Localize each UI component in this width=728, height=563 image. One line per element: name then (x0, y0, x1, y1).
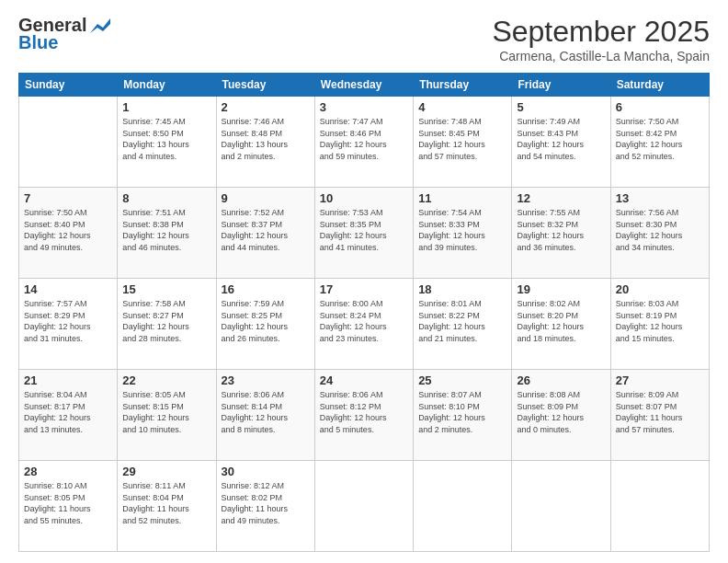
calendar-body: 1Sunrise: 7:45 AMSunset: 8:50 PMDaylight… (19, 97, 710, 552)
svg-marker-0 (90, 18, 110, 33)
col-sunday: Sunday (19, 74, 118, 97)
table-row: 14Sunrise: 7:57 AMSunset: 8:29 PMDayligh… (19, 279, 118, 370)
calendar-header: Sunday Monday Tuesday Wednesday Thursday… (19, 74, 710, 97)
logo-blue-text: Blue (18, 32, 58, 53)
day-info: Sunrise: 8:10 AMSunset: 8:05 PMDaylight:… (24, 480, 112, 526)
day-number: 9 (222, 191, 310, 205)
day-number: 10 (320, 191, 408, 205)
day-info: Sunrise: 7:47 AMSunset: 8:46 PMDaylight:… (320, 116, 408, 162)
table-row: 22Sunrise: 8:05 AMSunset: 8:15 PMDayligh… (118, 370, 216, 461)
day-number: 11 (418, 191, 506, 205)
table-row: 6Sunrise: 7:50 AMSunset: 8:42 PMDaylight… (610, 97, 709, 188)
day-number: 17 (320, 282, 408, 296)
day-info: Sunrise: 7:55 AMSunset: 8:32 PMDaylight:… (517, 207, 605, 253)
title-block: September 2025 Carmena, Castille-La Manc… (492, 15, 710, 63)
day-number: 30 (222, 465, 310, 478)
location-subtitle: Carmena, Castille-La Mancha, Spain (492, 49, 710, 63)
calendar-table: Sunday Monday Tuesday Wednesday Thursday… (18, 73, 710, 552)
table-row (414, 461, 512, 552)
month-title: September 2025 (492, 15, 710, 49)
logo: General Blue (18, 15, 110, 53)
day-info: Sunrise: 7:45 AMSunset: 8:50 PMDaylight:… (122, 116, 210, 162)
table-row: 8Sunrise: 7:51 AMSunset: 8:38 PMDaylight… (118, 188, 216, 279)
day-info: Sunrise: 7:50 AMSunset: 8:42 PMDaylight:… (616, 116, 704, 162)
day-number: 23 (222, 373, 310, 387)
day-number: 19 (517, 282, 605, 296)
day-info: Sunrise: 7:56 AMSunset: 8:30 PMDaylight:… (616, 207, 704, 253)
day-info: Sunrise: 7:51 AMSunset: 8:38 PMDaylight:… (122, 207, 210, 253)
header: General Blue September 2025 Carmena, Cas… (18, 15, 710, 63)
day-info: Sunrise: 7:48 AMSunset: 8:45 PMDaylight:… (418, 116, 506, 162)
day-info: Sunrise: 7:50 AMSunset: 8:40 PMDaylight:… (24, 207, 112, 253)
table-row: 1Sunrise: 7:45 AMSunset: 8:50 PMDaylight… (118, 97, 216, 188)
day-info: Sunrise: 8:05 AMSunset: 8:15 PMDaylight:… (122, 389, 210, 435)
day-info: Sunrise: 7:58 AMSunset: 8:27 PMDaylight:… (122, 298, 210, 344)
day-info: Sunrise: 7:46 AMSunset: 8:48 PMDaylight:… (222, 116, 310, 162)
table-row: 28Sunrise: 8:10 AMSunset: 8:05 PMDayligh… (19, 461, 118, 552)
day-number: 15 (122, 282, 210, 296)
day-number: 29 (122, 465, 210, 478)
day-number: 2 (222, 100, 310, 114)
col-tuesday: Tuesday (216, 74, 314, 97)
day-number: 26 (517, 373, 605, 387)
table-row: 10Sunrise: 7:53 AMSunset: 8:35 PMDayligh… (314, 188, 413, 279)
table-row (314, 461, 413, 552)
logo-bird-icon (90, 18, 110, 33)
day-info: Sunrise: 8:06 AMSunset: 8:14 PMDaylight:… (222, 389, 310, 435)
table-row: 13Sunrise: 7:56 AMSunset: 8:30 PMDayligh… (610, 188, 709, 279)
day-info: Sunrise: 8:11 AMSunset: 8:04 PMDaylight:… (122, 480, 210, 526)
day-number: 20 (616, 282, 704, 296)
day-info: Sunrise: 8:12 AMSunset: 8:02 PMDaylight:… (222, 480, 310, 526)
table-row: 30Sunrise: 8:12 AMSunset: 8:02 PMDayligh… (216, 461, 314, 552)
table-row: 11Sunrise: 7:54 AMSunset: 8:33 PMDayligh… (414, 188, 512, 279)
day-number: 22 (122, 373, 210, 387)
table-row: 12Sunrise: 7:55 AMSunset: 8:32 PMDayligh… (512, 188, 610, 279)
table-row: 7Sunrise: 7:50 AMSunset: 8:40 PMDaylight… (19, 188, 118, 279)
table-row (610, 461, 709, 552)
day-info: Sunrise: 8:01 AMSunset: 8:22 PMDaylight:… (418, 298, 506, 344)
day-info: Sunrise: 7:53 AMSunset: 8:35 PMDaylight:… (320, 207, 408, 253)
day-number: 18 (418, 282, 506, 296)
day-number: 28 (24, 465, 112, 478)
table-row: 24Sunrise: 8:06 AMSunset: 8:12 PMDayligh… (314, 370, 413, 461)
table-row: 17Sunrise: 8:00 AMSunset: 8:24 PMDayligh… (314, 279, 413, 370)
table-row: 16Sunrise: 7:59 AMSunset: 8:25 PMDayligh… (216, 279, 314, 370)
day-number: 16 (222, 282, 310, 296)
day-number: 3 (320, 100, 408, 114)
table-row: 27Sunrise: 8:09 AMSunset: 8:07 PMDayligh… (610, 370, 709, 461)
day-number: 14 (24, 282, 112, 296)
table-row: 18Sunrise: 8:01 AMSunset: 8:22 PMDayligh… (414, 279, 512, 370)
col-saturday: Saturday (610, 74, 709, 97)
day-number: 25 (418, 373, 506, 387)
day-info: Sunrise: 8:02 AMSunset: 8:20 PMDaylight:… (517, 298, 605, 344)
day-info: Sunrise: 8:08 AMSunset: 8:09 PMDaylight:… (517, 389, 605, 435)
day-info: Sunrise: 8:09 AMSunset: 8:07 PMDaylight:… (616, 389, 704, 435)
table-row: 5Sunrise: 7:49 AMSunset: 8:43 PMDaylight… (512, 97, 610, 188)
day-number: 12 (517, 191, 605, 205)
day-number: 27 (616, 373, 704, 387)
page: General Blue September 2025 Carmena, Cas… (0, 0, 728, 563)
table-row: 19Sunrise: 8:02 AMSunset: 8:20 PMDayligh… (512, 279, 610, 370)
table-row (19, 97, 118, 188)
day-number: 6 (616, 100, 704, 114)
day-info: Sunrise: 8:07 AMSunset: 8:10 PMDaylight:… (418, 389, 506, 435)
day-info: Sunrise: 7:54 AMSunset: 8:33 PMDaylight:… (418, 207, 506, 253)
day-info: Sunrise: 7:59 AMSunset: 8:25 PMDaylight:… (222, 298, 310, 344)
day-number: 5 (517, 100, 605, 114)
day-number: 13 (616, 191, 704, 205)
table-row (512, 461, 610, 552)
day-number: 8 (122, 191, 210, 205)
day-info: Sunrise: 7:52 AMSunset: 8:37 PMDaylight:… (222, 207, 310, 253)
day-info: Sunrise: 7:57 AMSunset: 8:29 PMDaylight:… (24, 298, 112, 344)
table-row: 29Sunrise: 8:11 AMSunset: 8:04 PMDayligh… (118, 461, 216, 552)
day-number: 24 (320, 373, 408, 387)
col-thursday: Thursday (414, 74, 512, 97)
table-row: 25Sunrise: 8:07 AMSunset: 8:10 PMDayligh… (414, 370, 512, 461)
table-row: 2Sunrise: 7:46 AMSunset: 8:48 PMDaylight… (216, 97, 314, 188)
day-number: 7 (24, 191, 112, 205)
day-number: 1 (122, 100, 210, 114)
table-row: 9Sunrise: 7:52 AMSunset: 8:37 PMDaylight… (216, 188, 314, 279)
table-row: 21Sunrise: 8:04 AMSunset: 8:17 PMDayligh… (19, 370, 118, 461)
day-info: Sunrise: 7:49 AMSunset: 8:43 PMDaylight:… (517, 116, 605, 162)
day-number: 4 (418, 100, 506, 114)
